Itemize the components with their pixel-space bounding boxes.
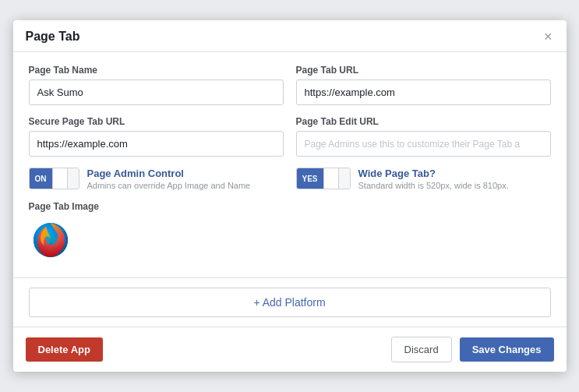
form-row-1: Page Tab Name Page Tab URL — [29, 65, 551, 105]
page-admin-toggle[interactable]: ON — [29, 168, 79, 189]
page-tab-edit-url-label: Page Tab Edit URL — [296, 116, 551, 127]
secure-page-tab-url-label: Secure Page Tab URL — [29, 116, 284, 127]
delete-app-button[interactable]: Delete App — [26, 337, 103, 362]
add-platform-button[interactable]: + Add Platform — [29, 288, 551, 317]
page-tab-url-label: Page Tab URL — [296, 65, 551, 76]
page-admin-control-desc: Admins can override App Image and Name — [87, 181, 251, 190]
wide-page-tab-desc: Standard width is 520px, wide is 810px. — [358, 181, 509, 190]
save-changes-button[interactable]: Save Changes — [460, 337, 554, 362]
form-row-2: Secure Page Tab URL Page Tab Edit URL — [29, 116, 551, 157]
page-tab-image-section: Page Tab Image — [29, 201, 551, 265]
secure-page-tab-url-group: Secure Page Tab URL — [29, 116, 284, 157]
wide-page-tab-toggle[interactable]: YES — [296, 168, 351, 189]
page-tab-url-input[interactable] — [296, 79, 551, 105]
toggle-on-label: ON — [30, 168, 52, 189]
page-admin-control-group: ON Page Admin Control Admins can overrid… — [29, 168, 284, 190]
toggle-slider — [52, 168, 68, 189]
toggle-off-label — [68, 168, 79, 189]
wide-toggle-yes-label: YES — [297, 168, 323, 189]
modal-title: Page Tab — [26, 30, 80, 44]
page-tab-name-label: Page Tab Name — [29, 65, 284, 76]
page-tab-url-group: Page Tab URL — [296, 65, 551, 105]
modal-footer: Delete App Discard Save Changes — [13, 327, 567, 372]
page-tab-image-label: Page Tab Image — [29, 201, 551, 212]
modal-header: Page Tab × — [13, 20, 567, 52]
modal: Page Tab × Page Tab Name Page Tab URL Se… — [13, 20, 567, 372]
wide-page-tab-info: Wide Page Tab? Standard width is 520px, … — [358, 168, 509, 190]
wide-page-tab-title: Wide Page Tab? — [358, 168, 509, 179]
page-tab-image[interactable] — [29, 218, 76, 265]
page-admin-control-title: Page Admin Control — [87, 168, 251, 179]
modal-body: Page Tab Name Page Tab URL Secure Page T… — [13, 52, 567, 278]
page-tab-name-input[interactable] — [29, 79, 284, 105]
firefox-icon — [29, 218, 72, 262]
page-tab-name-group: Page Tab Name — [29, 65, 284, 105]
wide-toggle-slider — [323, 168, 339, 189]
close-button[interactable]: × — [542, 30, 554, 44]
footer-right: Discard Save Changes — [391, 337, 554, 362]
discard-button[interactable]: Discard — [391, 337, 452, 362]
page-admin-control-info: Page Admin Control Admins can override A… — [87, 168, 251, 190]
wide-page-tab-group: YES Wide Page Tab? Standard width is 520… — [296, 168, 551, 190]
wide-toggle-off-label — [339, 168, 350, 189]
page-tab-edit-url-group: Page Tab Edit URL — [296, 116, 551, 157]
add-platform-section: + Add Platform — [13, 278, 567, 327]
modal-overlay: Page Tab × Page Tab Name Page Tab URL Se… — [0, 0, 579, 392]
page-tab-edit-url-input[interactable] — [296, 131, 551, 157]
toggle-row: ON Page Admin Control Admins can overrid… — [29, 168, 551, 190]
secure-page-tab-url-input[interactable] — [29, 131, 284, 157]
